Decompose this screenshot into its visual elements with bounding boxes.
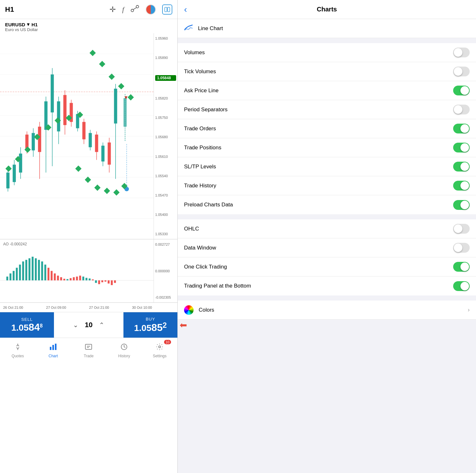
nav-history[interactable]: History — [106, 338, 142, 363]
back-button[interactable]: ‹ — [184, 4, 187, 15]
chart-icon — [49, 343, 57, 353]
crosshair-icon[interactable]: ✛ — [109, 5, 116, 14]
symbol-info: EURUSD ▾ H1 Euro vs US Dollar — [0, 19, 177, 33]
settings-row-trade-positions: Trade Positions — [178, 138, 476, 157]
svg-point-0 — [131, 9, 134, 12]
svg-rect-78 — [73, 277, 75, 280]
settings-row-trading-panel: Trading Panel at the Bottom — [178, 276, 476, 295]
toggle-trading-panel[interactable] — [453, 281, 470, 291]
ao-price-labels: 0.002727 0.000000 -0.002305 — [154, 239, 177, 302]
nav-trade[interactable]: Trade — [71, 338, 107, 363]
section-divider-3 — [178, 295, 476, 301]
svg-rect-97 — [85, 344, 92, 349]
toggle-trade-positions[interactable] — [453, 143, 470, 152]
label-trade-history: Trade History — [184, 183, 453, 189]
right-panel: ‹ Charts Line Chart Volumes Tick Volumes… — [178, 0, 476, 473]
split-screen-icon[interactable] — [162, 4, 172, 15]
left-panel: H1 ✛ f EURUSD ▾ H1 — [0, 0, 178, 473]
label-trade-positions: Trade Positions — [184, 145, 453, 151]
label-data-window: Data Window — [184, 245, 453, 251]
toggle-tick-volumes[interactable] — [453, 67, 470, 76]
toggle-one-click[interactable] — [453, 262, 470, 272]
svg-rect-46 — [101, 146, 104, 161]
svg-rect-68 — [41, 262, 43, 281]
toggle-sltp[interactable] — [453, 162, 470, 172]
svg-rect-44 — [95, 135, 98, 152]
toggle-trade-orders[interactable] — [453, 124, 470, 133]
svg-rect-26 — [38, 127, 41, 152]
svg-rect-28 — [44, 101, 48, 130]
right-header: ‹ Charts — [178, 0, 476, 19]
toggle-data-window[interactable] — [453, 243, 470, 253]
settings-row-preload: Preload Charts Data — [178, 195, 476, 214]
toggle-preload[interactable] — [453, 200, 470, 210]
symbol-description: Euro vs US Dollar — [5, 27, 172, 32]
svg-rect-90 — [111, 280, 113, 285]
function-icon[interactable]: f — [122, 5, 124, 14]
settings-row-ohlc: OHLC — [178, 219, 476, 238]
line-chart-section: Line Chart — [178, 19, 476, 38]
chart-header: H1 ✛ f — [0, 0, 177, 19]
settings-row-data-window: Data Window — [178, 238, 476, 257]
svg-rect-36 — [70, 103, 73, 122]
toggle-ask-price[interactable] — [453, 86, 470, 95]
symbol-name[interactable]: EURUSD ▾ H1 — [5, 22, 172, 27]
svg-rect-58 — [10, 273, 11, 280]
svg-rect-94 — [50, 347, 51, 350]
svg-rect-3 — [165, 7, 167, 12]
label-volumes: Volumes — [184, 49, 453, 56]
candlestick-chart[interactable]: ▼ 1.0596 — [0, 33, 177, 239]
indicator-icon[interactable] — [130, 5, 139, 14]
label-trade-orders: Trade Orders — [184, 126, 453, 132]
settings-badge: 10 — [164, 340, 171, 344]
toggle-trade-history[interactable] — [453, 181, 470, 191]
colors-circle-icon — [184, 305, 194, 315]
chart-svg: ▼ — [0, 33, 154, 239]
toggle-volumes[interactable] — [453, 48, 470, 57]
svg-rect-22 — [25, 135, 29, 151]
color-scheme-icon[interactable] — [146, 4, 156, 15]
svg-text:▼: ▼ — [123, 95, 129, 100]
timeframe-label: H1 — [5, 5, 14, 14]
svg-point-54 — [124, 187, 129, 191]
svg-rect-20 — [19, 153, 22, 172]
line-chart-row[interactable]: Line Chart — [178, 19, 476, 38]
nav-chart[interactable]: Chart — [36, 338, 71, 363]
svg-rect-32 — [57, 101, 60, 132]
toggle-ohlc[interactable] — [453, 224, 470, 234]
colors-row[interactable]: Colors › — [178, 301, 476, 320]
ao-panel: AO -0.000242 — [0, 239, 177, 303]
toggle-period-sep[interactable] — [453, 105, 470, 114]
svg-point-1 — [136, 5, 139, 8]
section-divider-2 — [178, 214, 476, 219]
svg-rect-88 — [104, 280, 106, 282]
colors-section: Colors › — [178, 301, 476, 320]
nav-quotes[interactable]: Quotes — [0, 338, 36, 363]
buy-button[interactable]: BUY 1.05852 ⬅ — [123, 312, 177, 338]
lot-down-arrow[interactable]: ⌄ — [73, 321, 78, 329]
settings-row-tick-volumes: Tick Volumes — [178, 62, 476, 81]
price-labels: 1.05960 1.05890 1.05848 1.05820 1.05750 … — [154, 33, 177, 239]
svg-rect-50 — [114, 89, 117, 124]
bottom-nav: Quotes Chart Trade — [0, 338, 177, 363]
nav-settings[interactable]: Settings 10 — [142, 338, 177, 363]
settings-row-period-sep: Period Separators — [178, 100, 476, 119]
time-labels: 26 Oct 21:00 27 Oct 09:00 27 Oct 21:00 3… — [0, 303, 177, 312]
settings-row-volumes: Volumes — [178, 43, 476, 62]
svg-rect-91 — [114, 280, 116, 283]
settings-group-2: OHLC Data Window One Click Trading Tradi… — [178, 219, 476, 295]
svg-rect-30 — [51, 75, 54, 113]
right-title: Charts — [317, 6, 337, 13]
lot-up-arrow[interactable]: ⌃ — [99, 321, 104, 329]
svg-rect-16 — [6, 172, 10, 188]
quotes-icon — [14, 343, 22, 353]
label-period-sep: Period Separators — [184, 107, 453, 113]
svg-rect-38 — [76, 114, 79, 128]
colors-label: Colors — [199, 307, 463, 313]
label-trading-panel: Trading Panel at the Bottom — [184, 283, 453, 289]
svg-rect-74 — [60, 277, 62, 280]
svg-rect-76 — [67, 279, 69, 280]
sell-button[interactable]: SELL 1.05848 — [0, 312, 54, 338]
svg-rect-82 — [85, 278, 87, 280]
svg-rect-75 — [63, 279, 65, 280]
